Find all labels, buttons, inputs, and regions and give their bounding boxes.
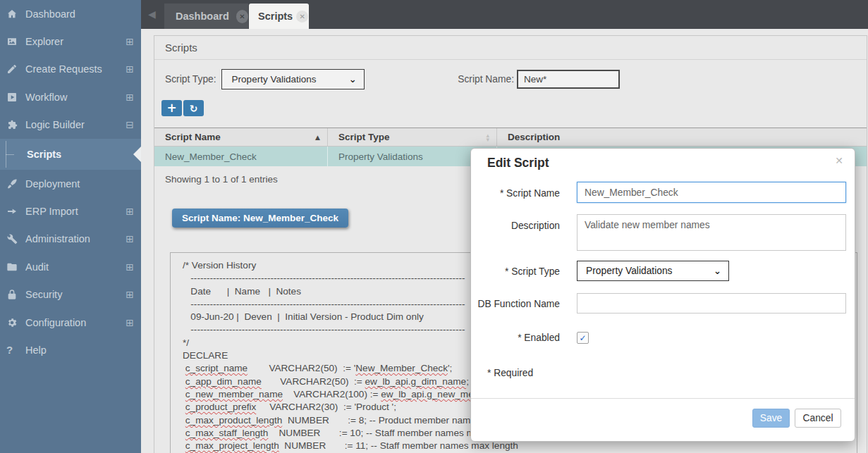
tab-bar: ◀ Dashboard ✕ Scripts ✕ xyxy=(141,0,868,29)
sidebar-item-help[interactable]: ?Help xyxy=(0,336,141,364)
tab-scripts[interactable]: Scripts ✕ xyxy=(249,4,309,29)
expand-plus-icon[interactable]: ⊞ xyxy=(126,92,134,103)
sort-icon: ▴▾ xyxy=(486,133,489,142)
refresh-icon: ↻ xyxy=(190,104,198,113)
column-header[interactable]: Script Type▴▾ xyxy=(327,128,496,146)
tab-dashboard[interactable]: Dashboard ✕ xyxy=(164,4,248,29)
sidebar-item-create-requests[interactable]: Create Requests⊞ xyxy=(0,56,141,83)
plus-icon: + xyxy=(166,102,176,114)
home-icon xyxy=(6,8,25,20)
chevron-left-icon[interactable]: ◀ xyxy=(148,8,156,20)
close-icon[interactable]: ✕ xyxy=(835,155,843,166)
sidebar-item-scripts[interactable]: Scripts xyxy=(0,139,141,170)
rocket-icon xyxy=(6,178,25,190)
check-icon: ✓ xyxy=(579,333,586,343)
sidebar-item-label: ERP Import xyxy=(25,206,126,217)
app-root: DashboardExplorer⊞Create Requests⊞Workfl… xyxy=(0,0,868,453)
tab-label: Scripts xyxy=(258,11,293,22)
active-item-caret-icon xyxy=(133,147,141,162)
required-note: * Required xyxy=(487,368,533,378)
modal-script-type-select[interactable]: Property Validations ⌄ xyxy=(577,261,729,281)
save-button[interactable]: Save xyxy=(752,409,790,428)
column-header[interactable]: Description xyxy=(496,128,867,146)
enabled-label: * Enabled xyxy=(471,333,560,343)
puzzle-icon xyxy=(6,119,25,130)
sidebar-item-dashboard[interactable]: Dashboard xyxy=(0,0,141,27)
pencil-icon xyxy=(6,63,25,75)
sidebar-item-configuration[interactable]: Configuration⊞ xyxy=(0,309,141,336)
script-type-filter: Script Type: Property Validations ⌄ xyxy=(165,69,365,89)
sidebar-item-label: Workflow xyxy=(25,92,126,103)
sidebar-item-administration[interactable]: Administration⊞ xyxy=(0,225,141,253)
sidebar-item-deployment[interactable]: Deployment xyxy=(0,170,141,197)
script-name-filter-input[interactable] xyxy=(517,70,620,89)
sidebar-item-label: Audit xyxy=(25,261,126,273)
script-name-filter: Script Name: xyxy=(456,69,620,89)
folder-icon xyxy=(6,261,25,273)
select-value: Property Validations xyxy=(232,74,317,85)
sidebar-item-label: Security xyxy=(25,289,126,300)
sidebar-item-label: Create Requests xyxy=(25,63,126,75)
script-type-label: Script Type: xyxy=(165,74,216,85)
sidebar-item-erp-import[interactable]: ERP Import⊞ xyxy=(0,197,141,225)
sidebar-item-label: Deployment xyxy=(25,178,134,190)
refresh-button[interactable]: ↻ xyxy=(183,100,204,116)
script-name-label: * Script Name xyxy=(471,188,560,199)
modal-footer: Save Cancel xyxy=(471,398,855,441)
expand-plus-icon[interactable]: ⊞ xyxy=(126,317,134,328)
script-type-label: * Script Type xyxy=(471,266,560,277)
sidebar-item-label: Explorer xyxy=(25,36,126,47)
sidebar-item-label: Scripts xyxy=(27,149,61,160)
expand-plus-icon[interactable]: ⊞ xyxy=(126,289,134,300)
sidebar: DashboardExplorer⊞Create Requests⊞Workfl… xyxy=(0,0,141,453)
gear-icon xyxy=(6,317,25,328)
lock-icon xyxy=(6,289,25,300)
collapse-minus-icon[interactable]: ⊟ xyxy=(126,119,134,130)
close-icon[interactable]: ✕ xyxy=(296,11,308,23)
modal-title: Edit Script xyxy=(487,156,549,170)
play-icon xyxy=(6,92,25,103)
chevron-down-icon: ⌄ xyxy=(349,74,357,85)
close-icon[interactable]: ✕ xyxy=(236,10,248,23)
select-value: Property Validations xyxy=(586,266,672,276)
sidebar-item-label: Configuration xyxy=(25,317,126,328)
page-title: Scripts xyxy=(154,36,867,60)
chevron-down-icon: ⌄ xyxy=(714,266,721,276)
toolbar: + ↻ xyxy=(161,100,204,116)
column-label: Script Name xyxy=(165,132,221,142)
add-script-button[interactable]: + xyxy=(161,100,182,116)
sidebar-item-explorer[interactable]: Explorer⊞ xyxy=(0,27,141,55)
sidebar-item-label: Help xyxy=(25,345,134,356)
db-function-name-input[interactable] xyxy=(577,293,846,314)
sort-ascending-icon: ▲ xyxy=(315,134,320,141)
table-header: Script Name▲Script Type▴▾Description xyxy=(154,128,867,147)
question-icon: ? xyxy=(6,344,25,356)
description-label: Description xyxy=(471,221,560,231)
db-function-name-label: DB Function Name xyxy=(471,299,560,309)
sidebar-item-security[interactable]: Security⊞ xyxy=(0,281,141,309)
script-name-input[interactable] xyxy=(577,182,846,203)
sidebar-menu: DashboardExplorer⊞Create Requests⊞Workfl… xyxy=(0,0,141,364)
sidebar-item-logic-builder[interactable]: Logic Builder⊟ xyxy=(0,111,141,139)
sidebar-item-workflow[interactable]: Workflow⊞ xyxy=(0,83,141,111)
edit-script-modal: Edit Script ✕ * Script Name Description … xyxy=(470,148,855,442)
expand-plus-icon[interactable]: ⊞ xyxy=(126,233,134,244)
sidebar-item-label: Dashboard xyxy=(25,8,134,20)
column-header[interactable]: Script Name▲ xyxy=(154,128,327,146)
column-label: Script Type xyxy=(338,132,390,142)
script-type-select[interactable]: Property Validations ⌄ xyxy=(221,69,365,89)
tab-label: Dashboard xyxy=(176,11,229,22)
script-name-badge: Script Name: New_Member_Check xyxy=(172,209,348,228)
expand-plus-icon[interactable]: ⊞ xyxy=(126,36,134,47)
description-textarea[interactable]: Validate new member names xyxy=(577,214,846,251)
cancel-button[interactable]: Cancel xyxy=(795,409,841,428)
image-icon xyxy=(6,36,25,47)
sidebar-item-audit[interactable]: Audit⊞ xyxy=(0,253,141,280)
sidebar-item-label: Administration xyxy=(25,233,126,244)
expand-plus-icon[interactable]: ⊞ xyxy=(126,206,134,217)
enabled-checkbox[interactable]: ✓ xyxy=(577,332,589,344)
expand-plus-icon[interactable]: ⊞ xyxy=(126,63,134,75)
table-cell: New_Member_Check xyxy=(154,147,327,166)
expand-plus-icon[interactable]: ⊞ xyxy=(126,261,134,273)
script-name-label: Script Name: xyxy=(456,74,514,85)
